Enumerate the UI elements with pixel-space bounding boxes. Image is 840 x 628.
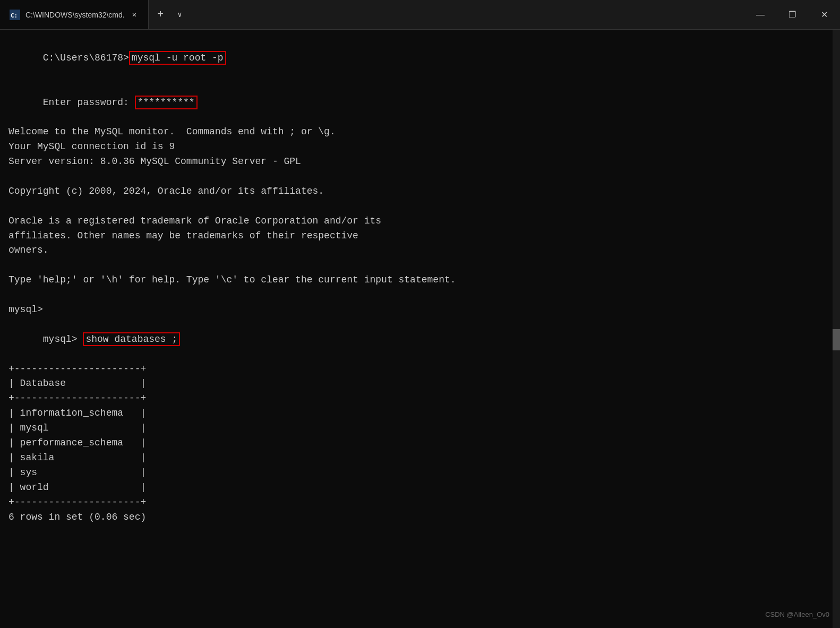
prompt-2: mysql> bbox=[43, 334, 78, 345]
terminal-blank-1 bbox=[8, 169, 832, 184]
terminal-line-7: Copyright (c) 2000, 2024, Oracle and/or … bbox=[8, 184, 832, 199]
terminal-line-13: Type 'help;' or '\h' for help. Type '\c'… bbox=[8, 273, 832, 288]
table-row-5: | sys | bbox=[8, 466, 832, 480]
terminal-line-16: mysql> show databases ; bbox=[8, 317, 832, 362]
window-close-button[interactable]: ✕ bbox=[808, 0, 840, 29]
tab-title: C:\WINDOWS\system32\cmd. bbox=[25, 11, 125, 19]
terminal-line-2: Enter password: ********** bbox=[8, 81, 832, 125]
tab-area: C: C:\WINDOWS\system32\cmd. ✕ + ∨ bbox=[0, 0, 744, 29]
terminal-line-1: C:\Users\86178>mysql -u root -p bbox=[8, 36, 832, 81]
terminal-body[interactable]: C:\Users\86178>mysql -u root -p Enter pa… bbox=[0, 30, 840, 628]
tab-dropdown-button[interactable]: ∨ bbox=[172, 0, 187, 29]
terminal-window: C: C:\WINDOWS\system32\cmd. ✕ + ∨ — ❐ ✕ … bbox=[0, 0, 840, 628]
table-row-6: | world | bbox=[8, 480, 832, 495]
terminal-blank-3 bbox=[8, 258, 832, 273]
maximize-button[interactable]: ❐ bbox=[776, 0, 808, 29]
window-controls: — ❐ ✕ bbox=[744, 0, 840, 29]
password-label: Enter password: bbox=[43, 97, 129, 108]
terminal-blank-2 bbox=[8, 199, 832, 214]
titlebar: C: C:\WINDOWS\system32\cmd. ✕ + ∨ — ❐ ✕ bbox=[0, 0, 840, 30]
cmd-highlight-1: mysql -u root -p bbox=[129, 51, 226, 65]
terminal-line-9: Oracle is a registered trademark of Orac… bbox=[8, 214, 832, 229]
terminal-line-5: Server version: 8.0.36 MySQL Community S… bbox=[8, 154, 832, 169]
table-row-4: | sakila | bbox=[8, 451, 832, 466]
minimize-button[interactable]: — bbox=[744, 0, 776, 29]
cmd-icon: C: bbox=[10, 10, 20, 20]
terminal-blank-4 bbox=[8, 288, 832, 303]
password-highlight: ********** bbox=[135, 96, 198, 109]
prompt-1: C:\Users\86178> bbox=[43, 53, 129, 63]
terminal-line-11: owners. bbox=[8, 243, 832, 258]
new-tab-button[interactable]: + bbox=[149, 0, 172, 29]
terminal-line-4: Your MySQL connection id is 9 bbox=[8, 140, 832, 154]
table-top: +----------------------+ bbox=[8, 362, 832, 377]
scrollbar[interactable] bbox=[833, 30, 840, 628]
terminal-line-3: Welcome to the MySQL monitor. Commands e… bbox=[8, 125, 832, 140]
result-line: 6 rows in set (0.06 sec) bbox=[8, 510, 832, 525]
terminal-line-10: affiliates. Other names may be trademark… bbox=[8, 229, 832, 244]
terminal-line-15: mysql> bbox=[8, 303, 832, 317]
tab-cmd[interactable]: C: C:\WINDOWS\system32\cmd. ✕ bbox=[0, 0, 149, 29]
table-row-2: | mysql | bbox=[8, 421, 832, 436]
scrollbar-thumb[interactable] bbox=[833, 329, 840, 350]
svg-text:C:: C: bbox=[11, 12, 18, 19]
table-header: | Database | bbox=[8, 376, 832, 391]
cmd-highlight-2: show databases ; bbox=[83, 332, 180, 346]
tab-close-button[interactable]: ✕ bbox=[130, 9, 139, 20]
table-bottom: +----------------------+ bbox=[8, 495, 832, 510]
table-sep: +----------------------+ bbox=[8, 391, 832, 406]
table-row-3: | performance_schema | bbox=[8, 436, 832, 451]
table-row-1: | information_schema | bbox=[8, 406, 832, 421]
watermark: CSDN @Aileen_Ov0 bbox=[765, 609, 829, 620]
